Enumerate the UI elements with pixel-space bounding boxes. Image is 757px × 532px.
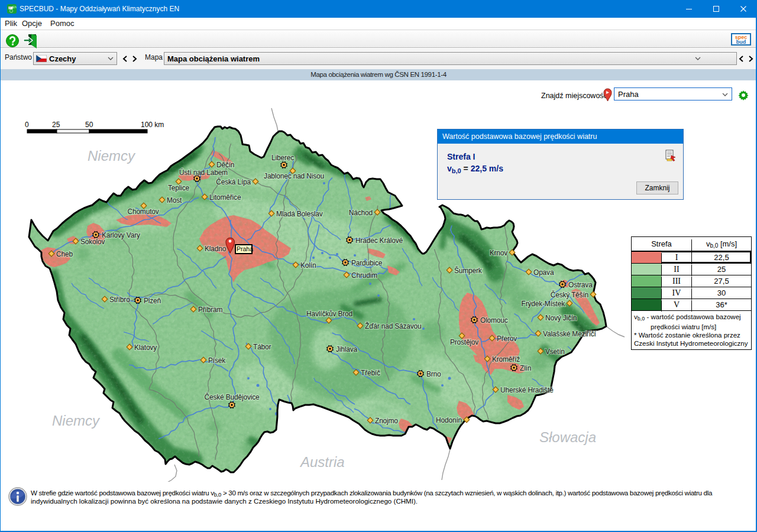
svg-text:Kladno: Kladno — [205, 245, 227, 253]
svg-text:Žďár nad Sázavou: Žďár nad Sázavou — [365, 322, 422, 330]
svg-text:Kroměříž: Kroměříž — [492, 355, 520, 364]
svg-text:Písek: Písek — [208, 356, 226, 365]
svg-text:Valašské Meziříčí: Valašské Meziříčí — [543, 330, 597, 338]
svg-text:Plzeň: Plzeň — [144, 297, 161, 305]
svg-text:EN: EN — [12, 5, 17, 9]
svg-text:0: 0 — [25, 121, 29, 129]
svg-text:Zlín: Zlín — [520, 364, 531, 372]
svg-text:Vsetín: Vsetín — [545, 348, 565, 356]
svg-text:Opava: Opava — [533, 268, 554, 277]
svg-text:Náchod: Náchod — [349, 209, 373, 217]
svg-text:Pardubice: Pardubice — [351, 259, 383, 267]
svg-text:Nový Jičín: Nový Jičín — [545, 314, 577, 322]
svg-text:Olomouc: Olomouc — [480, 316, 508, 325]
svg-text:Stříbro: Stříbro — [109, 296, 130, 304]
svg-text:Šumperk: Šumperk — [454, 266, 483, 275]
svg-text:Ústí nad Labem: Ústí nad Labem — [179, 168, 228, 177]
svg-text:Krnov: Krnov — [490, 249, 508, 257]
svg-text:Jihlava: Jihlava — [336, 345, 357, 353]
svg-text:Mladá Boleslav: Mladá Boleslav — [276, 210, 323, 218]
svg-text:Brno: Brno — [426, 370, 441, 378]
svg-text:Ostrava: Ostrava — [568, 281, 593, 289]
svg-text:Karlovy Vary: Karlovy Vary — [102, 231, 140, 239]
svg-text:Uherské Hradiště: Uherské Hradiště — [500, 386, 554, 394]
svg-text:100 km: 100 km — [141, 121, 164, 129]
svg-text:Český Těšín: Český Těšín — [551, 290, 588, 299]
svg-text:Česká Lípa: Česká Lípa — [216, 177, 251, 186]
svg-text:Chomutov: Chomutov — [127, 207, 158, 216]
svg-text:Příbram: Příbram — [198, 306, 222, 314]
svg-text:Kolín: Kolín — [300, 261, 316, 270]
svg-text:25: 25 — [52, 121, 60, 129]
svg-text:Chrudim: Chrudim — [351, 271, 377, 280]
svg-text:Klatovy: Klatovy — [134, 343, 157, 352]
svg-text:Prostějov: Prostějov — [450, 338, 478, 346]
svg-text:Tábor: Tábor — [253, 343, 271, 351]
svg-text:Děčín: Děčín — [216, 161, 234, 169]
svg-text:Sokolov: Sokolov — [80, 238, 105, 246]
svg-text:Hradec Králové: Hradec Králové — [355, 236, 403, 245]
svg-text:Přerov: Přerov — [497, 335, 517, 343]
svg-text:50: 50 — [85, 121, 93, 129]
svg-text:České Budějovice: České Budějovice — [205, 392, 260, 401]
svg-text:Cheb: Cheb — [56, 250, 73, 258]
svg-text:Třebíč: Třebíč — [361, 369, 380, 377]
svg-text:Jablonec nad Nisou: Jablonec nad Nisou — [264, 172, 324, 180]
svg-text:Havlíčkův Brod: Havlíčkův Brod — [306, 310, 352, 318]
svg-text:Frýdek-Místek: Frýdek-Místek — [522, 300, 566, 308]
svg-text:Hodonín: Hodonín — [436, 416, 462, 424]
svg-text:Litoměřice: Litoměřice — [209, 193, 241, 202]
svg-text:Liberec: Liberec — [271, 154, 294, 162]
svg-text:Teplice: Teplice — [168, 184, 189, 192]
svg-text:Most: Most — [167, 196, 182, 205]
svg-text:Znojmo: Znojmo — [375, 417, 398, 425]
